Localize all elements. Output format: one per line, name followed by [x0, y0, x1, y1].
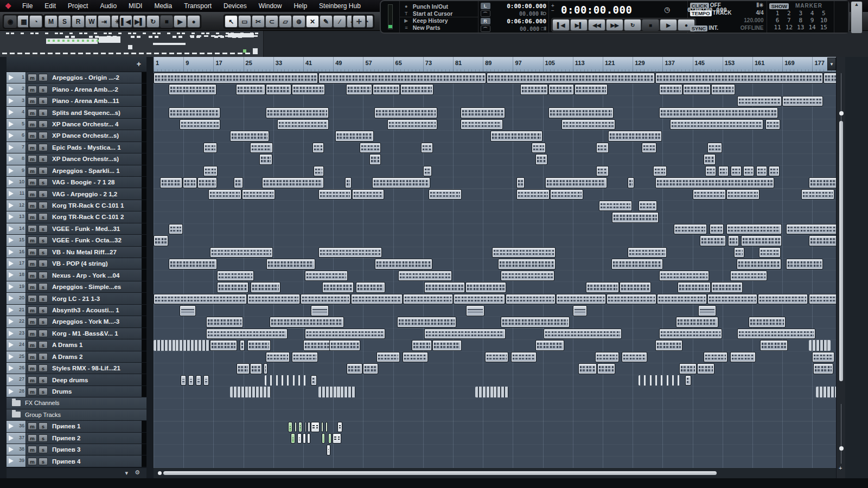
mute-tool[interactable]: ✕ — [306, 15, 319, 28]
marker-2[interactable]: 2 — [783, 10, 795, 17]
event[interactable] — [718, 166, 729, 177]
track-handle[interactable]: 19 — [7, 281, 26, 292]
event[interactable] — [596, 166, 609, 177]
event[interactable] — [374, 107, 437, 118]
event[interactable] — [327, 445, 330, 455]
event[interactable] — [264, 363, 267, 374]
event[interactable] — [545, 177, 607, 188]
track-name[interactable]: Nexus - Arp - York ...04 — [52, 272, 142, 279]
solo-button[interactable]: s — [39, 190, 48, 198]
tempo-value[interactable]: 120.000 — [688, 17, 767, 23]
mute-button[interactable]: m — [28, 422, 37, 430]
solo-button[interactable]: s — [39, 272, 48, 279]
event[interactable] — [511, 352, 537, 363]
event[interactable] — [295, 422, 297, 433]
ruler-options-button[interactable]: ▼ — [827, 57, 836, 70]
tp-goto-start-button[interactable]: ▌◀ — [552, 19, 570, 31]
menu-help[interactable]: Help — [288, 0, 313, 12]
track-name[interactable]: Splits and Sequenc...s) — [52, 110, 142, 116]
event[interactable] — [412, 340, 432, 351]
solo-button[interactable]: s — [39, 86, 48, 93]
event[interactable] — [809, 294, 837, 305]
event[interactable] — [311, 305, 329, 316]
folder-row-fx-channels[interactable]: FX Channels — [7, 397, 146, 409]
event[interactable] — [373, 84, 400, 95]
track-name[interactable]: XP Dance Orchestr...s) — [52, 132, 142, 139]
event[interactable] — [578, 363, 597, 374]
event[interactable] — [487, 73, 655, 84]
show-markers-button[interactable]: SHOW — [769, 3, 789, 9]
waveform-zoom-handle[interactable] — [839, 446, 844, 451]
event[interactable] — [403, 352, 428, 363]
mute-button[interactable]: m — [28, 248, 37, 256]
overview-minimap[interactable] — [0, 31, 264, 57]
event[interactable] — [424, 282, 465, 293]
solo-button[interactable]: s — [39, 248, 48, 256]
event[interactable] — [520, 84, 548, 95]
solo-button[interactable]: s — [39, 330, 48, 337]
track-name[interactable]: Korg TR-Rack C C-101 2 — [52, 214, 142, 220]
mute-button[interactable]: m — [28, 86, 37, 93]
event[interactable] — [749, 317, 786, 328]
tp-forward-button[interactable]: ▶▶ — [606, 19, 623, 31]
track-row-korg-lc-21-1-3[interactable]: 20msKorg LC - 21 1-3 — [7, 293, 146, 304]
track-handle[interactable]: 18 — [7, 269, 26, 280]
event[interactable] — [597, 363, 616, 374]
event[interactable] — [237, 363, 250, 374]
event[interactable] — [266, 84, 291, 95]
event[interactable] — [674, 224, 707, 235]
track-handle[interactable]: 24 — [7, 339, 26, 350]
event[interactable] — [217, 282, 248, 293]
event[interactable] — [196, 375, 201, 386]
solo-button[interactable]: s — [39, 225, 48, 233]
timeline-ruler[interactable]: ▼ 19172533414957657381899710511312112913… — [154, 57, 836, 72]
event[interactable] — [759, 247, 781, 258]
event[interactable] — [329, 340, 360, 351]
event[interactable] — [535, 154, 547, 165]
option-keep-history[interactable]: ▶Keep History — [400, 17, 478, 24]
track-row-a-drams-1[interactable]: 24msA Drams 1 — [7, 339, 146, 351]
event[interactable] — [655, 73, 824, 84]
solo-button[interactable]: s — [39, 144, 48, 151]
tempo-button[interactable]: TEMPO — [690, 10, 712, 16]
mute-button[interactable]: m — [28, 167, 37, 175]
marker-9[interactable]: 9 — [806, 17, 818, 24]
menu-edit[interactable]: Edit — [39, 0, 62, 12]
event[interactable] — [704, 352, 727, 363]
event[interactable] — [312, 143, 324, 153]
marker-12[interactable]: 12 — [783, 24, 795, 31]
event[interactable] — [154, 340, 209, 351]
track-row-korg-tr-rack-c-c-101-2[interactable]: 13msKorg TR-Rack C C-101 2 — [7, 211, 146, 223]
event[interactable] — [816, 387, 836, 397]
track-handle[interactable]: 13 — [7, 211, 26, 222]
event[interactable] — [730, 352, 756, 363]
track-name[interactable]: Styles RMX - 98-Lif...21 — [52, 365, 142, 371]
track-row-epic-pads-mystica-1[interactable]: 7msEpic Pads - Mystica... 1 — [7, 142, 146, 153]
event[interactable] — [466, 305, 484, 316]
track-handle[interactable]: 23 — [7, 328, 26, 339]
track-handle[interactable]: 21 — [7, 305, 26, 316]
fade-out-icon[interactable]: ⌒ — [481, 25, 490, 32]
mute-button[interactable]: m — [28, 458, 37, 465]
track-row-absynth3-acousti-1[interactable]: 21msAbsynth3 - Acousti... 1 — [7, 305, 146, 316]
event[interactable] — [259, 154, 273, 165]
event[interactable] — [247, 294, 301, 305]
menu-file[interactable]: File — [16, 0, 39, 12]
solo-button[interactable]: s — [39, 434, 48, 442]
solo-button[interactable]: s — [39, 155, 48, 163]
solo-button[interactable]: s — [39, 318, 48, 325]
event[interactable] — [659, 107, 778, 118]
event[interactable] — [501, 271, 554, 281]
project-overview-strip[interactable] — [0, 31, 868, 57]
event[interactable] — [628, 177, 634, 188]
right-locator-time[interactable]: 0:06:06.000 — [492, 18, 547, 25]
event[interactable] — [490, 131, 542, 142]
track-name[interactable]: Deep drums — [52, 377, 142, 383]
event[interactable] — [710, 224, 724, 235]
marker-5[interactable]: 5 — [818, 10, 829, 17]
mute-button[interactable]: m — [28, 388, 37, 395]
tp-cycle-button[interactable]: ↻ — [624, 19, 641, 31]
track-name[interactable]: Arpeggios - York M...-3 — [52, 318, 142, 325]
track-row-korg-m1-bass-v-1[interactable]: 23msKorg - M1 -Bass&V... 1 — [7, 328, 146, 339]
track-row-arpeggios-simple-es[interactable]: 19msArpeggios - Simple...es — [7, 281, 146, 293]
